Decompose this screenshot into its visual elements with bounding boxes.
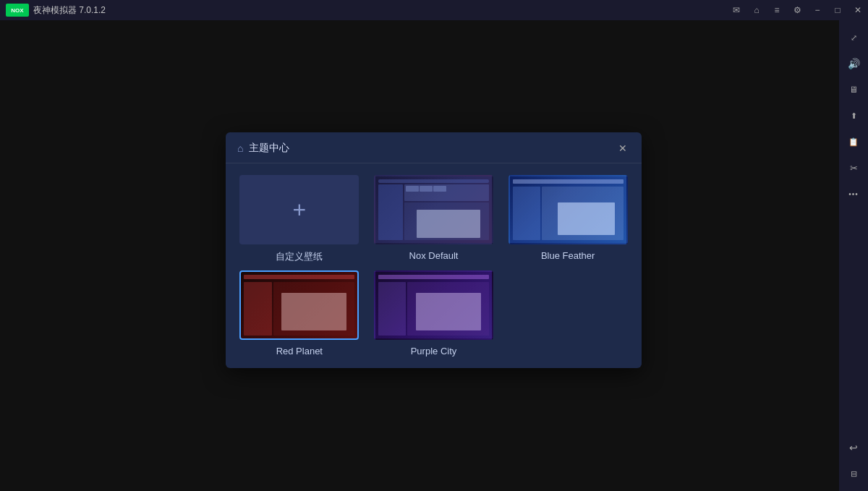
theme-thumbnail-nox <box>374 175 493 244</box>
import-icon[interactable]: ⬆ <box>842 104 865 127</box>
theme-house-icon: ⌂ <box>237 142 243 154</box>
theme-thumbnail-red <box>239 270 359 340</box>
volume-icon[interactable]: 🔊 <box>842 52 865 75</box>
tray-message-icon[interactable]: ✉ <box>726 0 746 20</box>
theme-dialog-title-row: ⌂ 主题中心 <box>237 142 289 155</box>
back-icon[interactable]: ↩ <box>842 436 865 459</box>
minimize-button[interactable]: − <box>807 0 827 20</box>
nox-logo: NOX <box>6 4 29 17</box>
theme-label-blue: Blue Feather <box>541 250 595 261</box>
maximize-button[interactable]: □ <box>827 0 848 20</box>
theme-label-red: Red Planet <box>276 346 323 356</box>
nox-inner <box>378 179 489 240</box>
screenshot-icon[interactable]: 📋 <box>842 130 865 153</box>
theme-dialog-close-button[interactable]: ✕ <box>616 141 630 155</box>
theme-label-nox: Nox Default <box>409 250 459 261</box>
right-sidebar: ⤢ 🔊 🖥 ⬆ 📋 ✂ ••• ↩ ⊟ <box>839 20 868 491</box>
theme-item-purple-city[interactable]: Purple City <box>372 270 496 356</box>
theme-item-red-planet[interactable]: Red Planet <box>237 270 362 356</box>
theme-item-nox-default[interactable]: Nox Default <box>372 175 496 263</box>
theme-dialog-title: 主题中心 <box>249 142 289 155</box>
screen-icon[interactable]: 🖥 <box>842 78 865 101</box>
titlebar-left: NOX 夜神模拟器 7.0.1.2 <box>0 4 106 17</box>
theme-item-blue-feather[interactable]: Blue Feather <box>506 175 630 263</box>
theme-dialog: ⌂ 主题中心 ✕ + 自定义壁纸 <box>226 132 642 368</box>
add-icon: + <box>292 197 306 223</box>
theme-grid-row1: + 自定义壁纸 <box>226 163 642 263</box>
theme-label-purple: Purple City <box>411 346 457 356</box>
close-button[interactable]: ✕ <box>848 0 868 20</box>
cut-icon[interactable]: ✂ <box>842 156 865 179</box>
titlebar: NOX 夜神模拟器 7.0.1.2 ✉ ⌂ ≡ ⚙ − □ ✕ <box>0 0 868 20</box>
theme-item-custom[interactable]: + 自定义壁纸 <box>237 175 362 263</box>
tray-menu-icon[interactable]: ≡ <box>767 0 787 20</box>
expand-icon[interactable]: ⤢ <box>842 26 865 49</box>
home-screen-icon[interactable]: ⊟ <box>842 462 865 485</box>
app-title: 夜神模拟器 7.0.1.2 <box>33 4 106 17</box>
titlebar-controls: ✉ ⌂ ≡ ⚙ − □ ✕ <box>726 0 868 20</box>
theme-dialog-header: ⌂ 主题中心 ✕ <box>226 132 642 163</box>
theme-item-empty <box>506 270 630 356</box>
theme-thumbnail-purple <box>374 270 493 340</box>
theme-label-custom: 自定义壁纸 <box>276 250 323 263</box>
tray-settings-icon[interactable]: ⚙ <box>787 0 807 20</box>
more-icon[interactable]: ••• <box>842 182 865 205</box>
tray-home-icon[interactable]: ⌂ <box>746 0 767 20</box>
theme-grid-row2: Red Planet Purple City <box>226 263 642 368</box>
theme-thumbnail-custom: + <box>239 175 359 244</box>
logo-text: NOX <box>11 7 23 14</box>
theme-thumbnail-blue <box>509 175 628 244</box>
